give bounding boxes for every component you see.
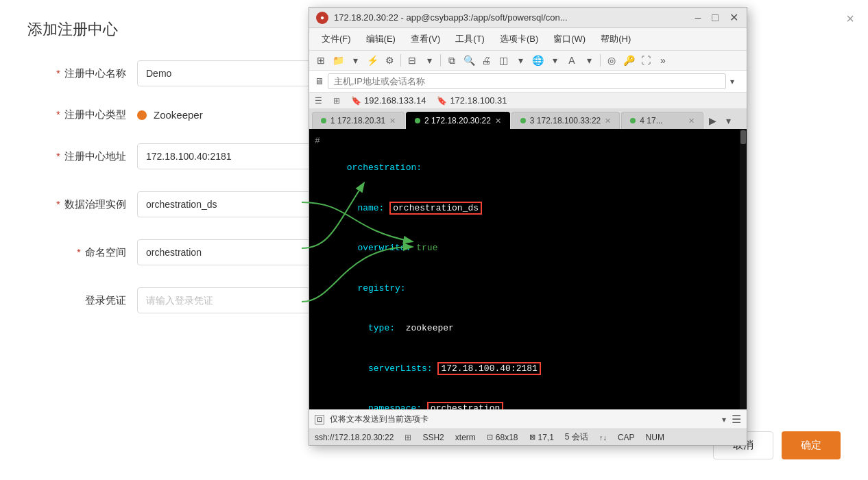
menu-help[interactable]: 帮助(H) [594, 30, 638, 48]
status-bar: ssh://172.18.20.30:22 ⊞ SSH2 xterm ⊡ 68x… [309, 429, 747, 445]
menu-view[interactable]: 查看(V) [404, 30, 447, 48]
toolbar-dropdown2[interactable]: ▾ [422, 53, 437, 68]
tab-overflow-icon[interactable]: ▶ [705, 112, 721, 129]
tab-close-4[interactable]: ✕ [688, 117, 695, 125]
tab-1[interactable]: 1 172.18.20.31 ✕ [312, 112, 405, 129]
tab-2[interactable]: 2 172.18.20.30:22 ✕ [406, 112, 510, 129]
address-input[interactable] [328, 73, 726, 89]
terminal-window: ● 172.18.20.30:22 - app@csybapp3:/app/so… [309, 7, 747, 446]
term-line-name: name: orchestration_ds [315, 188, 741, 228]
status-protocol: SSH2 [422, 433, 444, 442]
toolbar-fullscreen[interactable]: ⛶ [638, 53, 653, 68]
menu-window[interactable]: 窗口(W) [546, 30, 592, 48]
toolbar-dropdown1[interactable]: ▾ [348, 53, 363, 68]
restore-button[interactable]: □ [710, 12, 720, 24]
toolbar-lightning[interactable]: ⚡ [365, 53, 380, 68]
terminal-title: 172.18.20.30:22 - app@csybapp3:/app/soft… [334, 12, 568, 23]
tab-label-3: 3 172.18.100.33:22 [530, 116, 601, 125]
toolbar-dropdown3[interactable]: ▾ [513, 53, 528, 68]
tab-menu-icon[interactable]: ▾ [722, 112, 735, 129]
toolbar-more[interactable]: » [655, 53, 671, 68]
terminal-titlebar: ● 172.18.20.30:22 - app@csybapp3:/app/so… [309, 8, 747, 28]
tab-close-1[interactable]: ✕ [389, 117, 396, 125]
tab-dot-4 [630, 118, 636, 123]
term-line-type: type: zookeeper [315, 309, 741, 349]
toolbar-key[interactable]: 🔑 [621, 53, 636, 68]
bookmark-icon-1: 🔖 [351, 96, 361, 106]
toolbar-globe[interactable]: 🌐 [530, 53, 545, 68]
label-instance: * 数据治理实例 [41, 198, 137, 211]
bookmarks-bar-icon: ☰ [315, 96, 322, 106]
tab-close-2[interactable]: ✕ [495, 117, 501, 125]
toolbar-copy[interactable]: ⧉ [444, 53, 459, 68]
status-cap: CAP [618, 433, 635, 442]
toolbar-print2[interactable]: ◫ [496, 53, 511, 68]
toolbar-dropdown5[interactable]: ▾ [581, 53, 596, 68]
minimize-button[interactable]: – [693, 12, 702, 24]
tab-3[interactable]: 3 172.18.100.33:22 ✕ [511, 112, 620, 129]
send-bar-icon: ⊡ [315, 415, 324, 424]
menu-bar: 文件(F) 编辑(E) 查看(V) 工具(T) 选项卡(B) 窗口(W) 帮助(… [309, 28, 747, 51]
label-name: * 注册中心名称 [41, 67, 137, 80]
menu-file[interactable]: 文件(F) [315, 30, 358, 48]
zookeeper-selector[interactable]: Zookeeper [137, 109, 203, 121]
label-address: * 注册中心地址 [41, 150, 137, 163]
menu-tabs[interactable]: 选项卡(B) [493, 30, 545, 48]
tab-dot-3 [520, 118, 526, 123]
bookmark-label-2: 172.18.100.31 [450, 95, 507, 106]
address-dropdown-icon[interactable]: ▾ [730, 77, 741, 86]
tab-label-2: 2 172.18.20.30:22 [424, 116, 491, 125]
toolbar-search[interactable]: 🔍 [461, 53, 477, 68]
bookmark-label-1: 192.168.133.14 [364, 95, 426, 106]
tab-dot-1 [321, 118, 326, 123]
tab-4[interactable]: 4 17... ✕ [621, 112, 703, 129]
send-bar-menu-icon[interactable]: ☰ [732, 413, 741, 426]
label-credentials: 登录凭证 [41, 294, 137, 307]
toolbar-new-session[interactable]: ⊟ [405, 53, 420, 68]
zookeeper-label: Zookeeper [154, 109, 203, 121]
term-line-serverlists: serverLists: 172.18.100.40:2181 [315, 348, 741, 389]
term-line-namespace: namespace: orchestration [315, 389, 741, 410]
toolbar-new-tab[interactable]: ⊞ [313, 53, 328, 68]
bookmark-192[interactable]: 🔖 192.168.133.14 [351, 95, 426, 106]
confirm-button[interactable]: 确定 [782, 431, 841, 459]
toolbar-dropdown4[interactable]: ▾ [547, 53, 562, 68]
toolbar-separator-3 [600, 54, 601, 67]
toolbar-securefx[interactable]: ◎ [604, 53, 619, 68]
status-term: xterm [455, 433, 476, 442]
toolbar-open[interactable]: 📁 [330, 53, 346, 68]
send-bar-dropdown[interactable]: ▾ [722, 415, 726, 424]
status-ssh: ssh://172.18.20.30:22 [315, 433, 394, 442]
toolbar-print[interactable]: 🖨 [479, 53, 494, 68]
label-namespace: * 命名空间 [41, 246, 137, 259]
terminal-content[interactable]: # orchestration: name: orchestration_ds … [309, 129, 747, 409]
panel-close-button[interactable]: × [846, 11, 854, 27]
status-size: ⊡ 68x18 [487, 433, 518, 442]
toolbar-separator-2 [440, 54, 441, 67]
toolbar-settings[interactable]: ⚙ [382, 53, 397, 68]
terminal-window-controls: – □ ✕ [693, 11, 740, 24]
tabs-bar: 1 172.18.20.31 ✕ 2 172.18.20.30:22 ✕ 3 1… [309, 109, 747, 129]
menu-tools[interactable]: 工具(T) [448, 30, 492, 48]
term-line-orchestration: orchestration: [315, 148, 741, 189]
status-sessions: 5 会话 [565, 431, 588, 443]
send-bar-text: 仅将文本发送到当前选项卡 [330, 413, 716, 425]
address-bar: 🖥 ▾ [309, 71, 747, 93]
address-pc-icon: 🖥 [315, 76, 324, 86]
tab-close-3[interactable]: ✕ [605, 117, 611, 125]
label-type: * 注册中心类型 [41, 108, 137, 121]
send-bar: ⊡ 仅将文本发送到当前选项卡 ▾ ☰ [309, 409, 747, 429]
close-button[interactable]: ✕ [728, 11, 740, 24]
bookmarks-bar: ☰ ⊞ 🔖 192.168.133.14 🔖 172.18.100.31 [309, 93, 747, 109]
toolbar-separator-1 [400, 54, 401, 67]
zookeeper-dot-icon [137, 110, 147, 120]
menu-edit[interactable]: 编辑(E) [359, 30, 402, 48]
terminal-scrollbar[interactable] [740, 129, 747, 409]
term-line-registry: registry: [315, 268, 741, 309]
status-num: NUM [646, 433, 664, 442]
bookmark-icon-2: 🔖 [437, 96, 447, 106]
toolbar: ⊞ 📁 ▾ ⚡ ⚙ ⊟ ▾ ⧉ 🔍 🖨 ◫ ▾ 🌐 ▾ A ▾ ◎ 🔑 ⛶ » [309, 51, 747, 71]
toolbar-font[interactable]: A [564, 53, 579, 68]
tab-dot-2 [415, 118, 420, 123]
bookmark-172[interactable]: 🔖 172.18.100.31 [437, 95, 507, 106]
